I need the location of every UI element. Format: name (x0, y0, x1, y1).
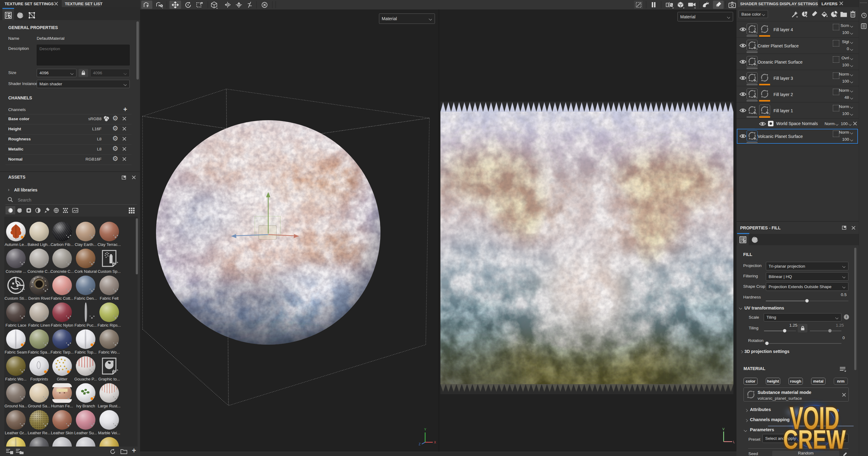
svg-text:Z: Z (419, 443, 421, 446)
svg-text:CREW: CREW (783, 424, 846, 453)
svg-text:X: X (434, 441, 436, 444)
svg-text:Y: Y (424, 428, 426, 431)
svg-text:V: V (722, 428, 724, 431)
svg-text:U: U (733, 440, 735, 444)
